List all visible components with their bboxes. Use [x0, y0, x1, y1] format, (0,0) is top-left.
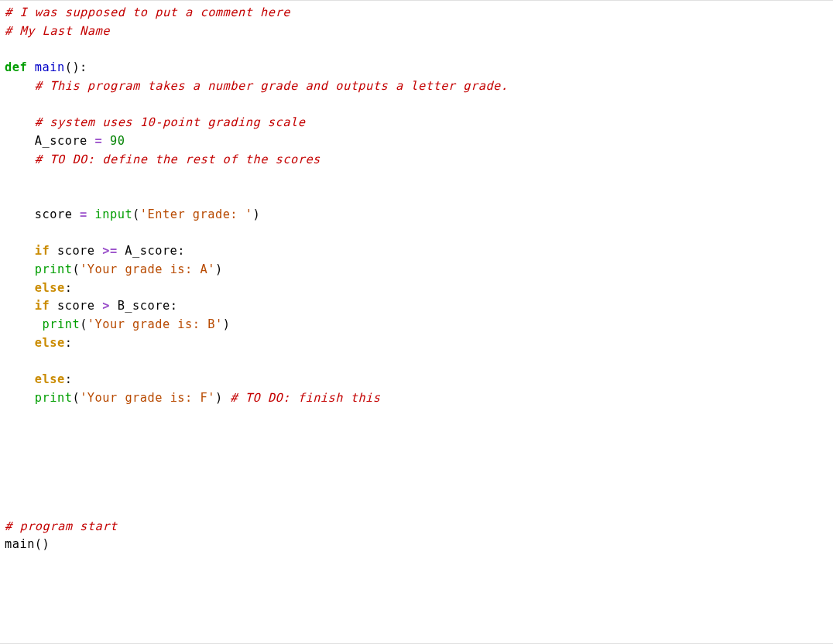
punct: : — [65, 336, 73, 350]
string-literal: 'Your grade is: A' — [80, 262, 215, 276]
punct: ( — [72, 391, 80, 405]
builtin-fn: print — [35, 262, 73, 276]
variable: score — [35, 207, 80, 221]
builtin-fn: print — [43, 317, 81, 331]
operator: >= — [102, 244, 117, 258]
punct: : — [65, 281, 73, 295]
comment-line: # program start — [5, 519, 118, 533]
function-name: main — [35, 60, 65, 74]
expr: A_score: — [118, 244, 185, 258]
punct: (): — [65, 60, 87, 74]
punct: ) — [223, 317, 231, 331]
keyword-else: else — [35, 281, 65, 295]
operator: = — [80, 207, 87, 221]
builtin-fn: print — [35, 391, 73, 405]
number-literal: 90 — [102, 134, 125, 148]
string-literal: 'Enter grade: ' — [140, 207, 253, 221]
operator: = — [95, 134, 103, 148]
punct: ( — [132, 207, 140, 221]
comment-line: # This program takes a number grade and … — [35, 79, 509, 93]
builtin-fn: input — [95, 207, 133, 221]
punct: ) — [215, 391, 223, 405]
punct: ( — [72, 262, 80, 276]
string-literal: 'Your grade is: F' — [80, 391, 215, 405]
expr: B_score: — [110, 299, 177, 313]
comment-inline: # TO DO: finish this — [223, 391, 381, 405]
function-call: main() — [5, 537, 50, 551]
comment-line: # system uses 10-point grading scale — [35, 115, 306, 129]
code-cell[interactable]: # I was supposed to put a comment here #… — [0, 0, 833, 644]
punct: ) — [215, 262, 223, 276]
comment-line: # My Last Name — [5, 24, 110, 38]
keyword-else: else — [35, 372, 65, 386]
string-literal: 'Your grade is: B' — [87, 317, 223, 331]
punct: : — [65, 372, 73, 386]
punct: ) — [252, 207, 260, 221]
variable: A_score — [35, 134, 95, 148]
keyword-else: else — [35, 336, 65, 350]
keyword-if: if — [35, 299, 50, 313]
code-block[interactable]: # I was supposed to put a comment here #… — [5, 4, 828, 554]
keyword-if: if — [35, 244, 50, 258]
comment-line: # I was supposed to put a comment here — [5, 5, 290, 19]
expr: score — [50, 244, 102, 258]
punct: ( — [80, 317, 87, 331]
comment-line: # TO DO: define the rest of the scores — [35, 152, 321, 166]
expr: score — [50, 299, 102, 313]
keyword-def: def — [5, 60, 27, 74]
operator: > — [102, 299, 110, 313]
